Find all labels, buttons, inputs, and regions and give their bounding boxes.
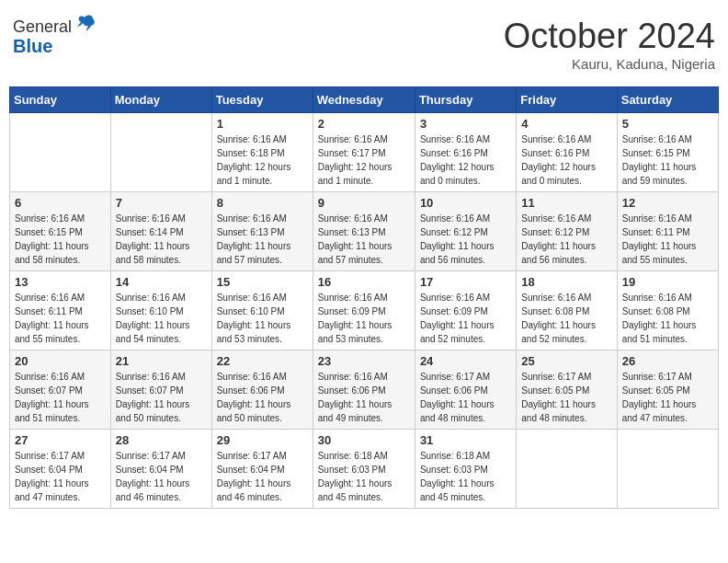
- day-info: Sunrise: 6:16 AM Sunset: 6:14 PM Dayligh…: [116, 212, 207, 267]
- day-info: Sunrise: 6:16 AM Sunset: 6:06 PM Dayligh…: [217, 370, 308, 425]
- table-row: 27Sunrise: 6:17 AM Sunset: 6:04 PM Dayli…: [10, 430, 111, 509]
- location: Kauru, Kaduna, Nigeria: [504, 56, 715, 72]
- day-number: 29: [217, 433, 308, 447]
- col-saturday: Saturday: [617, 87, 718, 113]
- day-info: Sunrise: 6:16 AM Sunset: 6:18 PM Dayligh…: [217, 132, 308, 188]
- col-tuesday: Tuesday: [211, 87, 313, 113]
- table-row: 13Sunrise: 6:16 AM Sunset: 6:11 PM Dayli…: [10, 271, 111, 350]
- day-number: 2: [318, 117, 410, 131]
- day-number: 24: [420, 354, 511, 368]
- table-row: 23Sunrise: 6:16 AM Sunset: 6:06 PM Dayli…: [313, 350, 415, 430]
- day-info: Sunrise: 6:16 AM Sunset: 6:08 PM Dayligh…: [622, 291, 713, 346]
- logo-general-text: General: [13, 17, 72, 37]
- table-row: 18Sunrise: 6:16 AM Sunset: 6:08 PM Dayli…: [517, 271, 617, 350]
- table-row: [617, 430, 718, 509]
- day-number: 23: [318, 354, 410, 368]
- month-title: October 2024: [504, 17, 715, 56]
- day-number: 18: [521, 275, 611, 289]
- day-info: Sunrise: 6:16 AM Sunset: 6:16 PM Dayligh…: [521, 132, 611, 188]
- day-info: Sunrise: 6:18 AM Sunset: 6:03 PM Dayligh…: [420, 449, 511, 504]
- table-row: 28Sunrise: 6:17 AM Sunset: 6:04 PM Dayli…: [110, 430, 211, 509]
- day-info: Sunrise: 6:16 AM Sunset: 6:07 PM Dayligh…: [15, 370, 106, 425]
- day-info: Sunrise: 6:16 AM Sunset: 6:16 PM Dayligh…: [420, 132, 511, 188]
- day-number: 16: [318, 275, 410, 289]
- day-number: 27: [15, 433, 106, 447]
- table-row: 2Sunrise: 6:16 AM Sunset: 6:17 PM Daylig…: [313, 113, 415, 192]
- day-number: 10: [420, 196, 511, 210]
- day-number: 22: [217, 354, 308, 368]
- day-info: Sunrise: 6:16 AM Sunset: 6:15 PM Dayligh…: [622, 132, 713, 188]
- day-number: 31: [420, 433, 511, 447]
- table-row: 21Sunrise: 6:16 AM Sunset: 6:07 PM Dayli…: [110, 350, 211, 430]
- table-row: 3Sunrise: 6:16 AM Sunset: 6:16 PM Daylig…: [415, 113, 516, 192]
- table-row: 15Sunrise: 6:16 AM Sunset: 6:10 PM Dayli…: [211, 271, 313, 350]
- day-number: 26: [622, 354, 713, 368]
- table-row: 7Sunrise: 6:16 AM Sunset: 6:14 PM Daylig…: [110, 192, 211, 271]
- table-row: 30Sunrise: 6:18 AM Sunset: 6:03 PM Dayli…: [313, 430, 415, 509]
- table-row: 24Sunrise: 6:17 AM Sunset: 6:06 PM Dayli…: [415, 350, 516, 430]
- day-number: 12: [622, 196, 713, 210]
- week-row-5: 27Sunrise: 6:17 AM Sunset: 6:04 PM Dayli…: [10, 430, 719, 509]
- table-row: 11Sunrise: 6:16 AM Sunset: 6:12 PM Dayli…: [517, 192, 617, 271]
- day-info: Sunrise: 6:17 AM Sunset: 6:05 PM Dayligh…: [622, 370, 713, 425]
- logo-blue-text: Blue: [13, 37, 52, 55]
- col-sunday: Sunday: [10, 87, 111, 113]
- title-section: October 2024 Kauru, Kaduna, Nigeria: [504, 17, 715, 72]
- table-row: 22Sunrise: 6:16 AM Sunset: 6:06 PM Dayli…: [211, 350, 313, 430]
- week-row-4: 20Sunrise: 6:16 AM Sunset: 6:07 PM Dayli…: [10, 350, 719, 430]
- day-info: Sunrise: 6:17 AM Sunset: 6:04 PM Dayligh…: [217, 449, 308, 504]
- day-number: 15: [217, 275, 308, 289]
- day-number: 9: [318, 196, 410, 210]
- table-row: 10Sunrise: 6:16 AM Sunset: 6:12 PM Dayli…: [415, 192, 516, 271]
- day-info: Sunrise: 6:16 AM Sunset: 6:06 PM Dayligh…: [318, 370, 410, 425]
- day-number: 7: [116, 196, 207, 210]
- day-info: Sunrise: 6:16 AM Sunset: 6:15 PM Dayligh…: [15, 212, 106, 267]
- table-row: 16Sunrise: 6:16 AM Sunset: 6:09 PM Dayli…: [313, 271, 415, 350]
- day-number: 30: [318, 433, 410, 447]
- table-row: 20Sunrise: 6:16 AM Sunset: 6:07 PM Dayli…: [10, 350, 111, 430]
- day-number: 20: [15, 354, 106, 368]
- day-number: 8: [217, 196, 308, 210]
- day-number: 4: [521, 117, 611, 131]
- day-number: 3: [420, 117, 511, 131]
- week-row-1: 1Sunrise: 6:16 AM Sunset: 6:18 PM Daylig…: [10, 113, 719, 192]
- table-row: 17Sunrise: 6:16 AM Sunset: 6:09 PM Dayli…: [415, 271, 516, 350]
- day-info: Sunrise: 6:16 AM Sunset: 6:11 PM Dayligh…: [622, 212, 713, 267]
- table-row: 8Sunrise: 6:16 AM Sunset: 6:13 PM Daylig…: [211, 192, 313, 271]
- day-info: Sunrise: 6:16 AM Sunset: 6:09 PM Dayligh…: [420, 291, 511, 346]
- day-info: Sunrise: 6:16 AM Sunset: 6:08 PM Dayligh…: [521, 291, 611, 346]
- day-info: Sunrise: 6:16 AM Sunset: 6:17 PM Dayligh…: [318, 132, 410, 188]
- table-row: 31Sunrise: 6:18 AM Sunset: 6:03 PM Dayli…: [415, 430, 516, 509]
- day-number: 1: [217, 117, 308, 131]
- day-info: Sunrise: 6:17 AM Sunset: 6:06 PM Dayligh…: [420, 370, 511, 425]
- table-row: [110, 113, 211, 192]
- logo: General Blue: [13, 17, 97, 55]
- day-info: Sunrise: 6:18 AM Sunset: 6:03 PM Dayligh…: [318, 449, 410, 504]
- table-row: 29Sunrise: 6:17 AM Sunset: 6:04 PM Dayli…: [211, 430, 313, 509]
- table-row: 25Sunrise: 6:17 AM Sunset: 6:05 PM Dayli…: [517, 350, 617, 430]
- table-row: 4Sunrise: 6:16 AM Sunset: 6:16 PM Daylig…: [517, 113, 617, 192]
- day-number: 13: [15, 275, 106, 289]
- day-number: 21: [116, 354, 207, 368]
- day-number: 11: [521, 196, 611, 210]
- day-number: 25: [521, 354, 611, 368]
- day-info: Sunrise: 6:16 AM Sunset: 6:12 PM Dayligh…: [420, 212, 511, 267]
- table-row: 1Sunrise: 6:16 AM Sunset: 6:18 PM Daylig…: [211, 113, 313, 192]
- table-row: 6Sunrise: 6:16 AM Sunset: 6:15 PM Daylig…: [10, 192, 111, 271]
- table-row: 12Sunrise: 6:16 AM Sunset: 6:11 PM Dayli…: [617, 192, 718, 271]
- col-monday: Monday: [110, 87, 211, 113]
- table-row: 26Sunrise: 6:17 AM Sunset: 6:05 PM Dayli…: [617, 350, 718, 430]
- table-row: [517, 430, 617, 509]
- table-row: [10, 113, 111, 192]
- day-info: Sunrise: 6:16 AM Sunset: 6:07 PM Dayligh…: [116, 370, 207, 425]
- calendar-table: Sunday Monday Tuesday Wednesday Thursday…: [9, 86, 719, 509]
- week-row-3: 13Sunrise: 6:16 AM Sunset: 6:11 PM Dayli…: [10, 271, 719, 350]
- day-info: Sunrise: 6:16 AM Sunset: 6:12 PM Dayligh…: [521, 212, 611, 267]
- day-info: Sunrise: 6:16 AM Sunset: 6:11 PM Dayligh…: [15, 291, 106, 346]
- col-friday: Friday: [517, 87, 617, 113]
- day-number: 14: [116, 275, 207, 289]
- day-info: Sunrise: 6:17 AM Sunset: 6:04 PM Dayligh…: [116, 449, 207, 504]
- calendar-header-row: Sunday Monday Tuesday Wednesday Thursday…: [10, 87, 719, 113]
- day-info: Sunrise: 6:16 AM Sunset: 6:13 PM Dayligh…: [217, 212, 308, 267]
- day-number: 5: [622, 117, 713, 131]
